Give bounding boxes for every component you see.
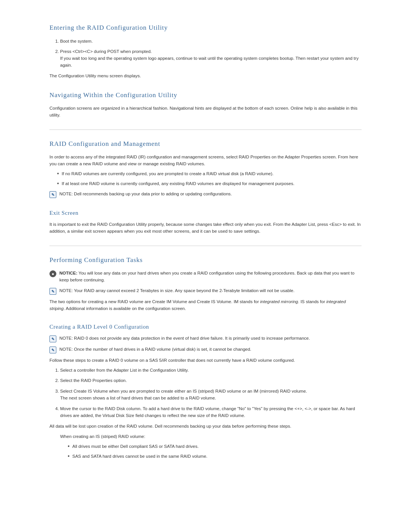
raid-config-bullets: If no RAID volumes are currently configu… [49, 171, 362, 187]
creating-raid0-when: When creating an IS (striped) RAID volum… [49, 433, 362, 440]
performing-note: ✎ NOTE: Your RAID array cannot exceed 2 … [49, 288, 362, 295]
entering-footer: The Configuration Utility menu screen di… [49, 73, 362, 80]
divider-2 [49, 246, 362, 246]
entering-step-2: Press <Ctrl><C> during POST when prompte… [60, 48, 362, 69]
raid0-note-text-2: NOTE: Once the number of hard drives in … [59, 346, 251, 353]
when-bullet-2: SAS and SATA hard drives cannot be used … [67, 453, 362, 460]
entering-section: Entering the RAID Configuration Utility … [49, 23, 362, 80]
raid-config-note: ✎ NOTE: Dell recommends backing up your … [49, 191, 362, 198]
raid0-step-2: Select the RAID Properties option. [60, 377, 362, 384]
performing-title: Performing Configuration Tasks [49, 255, 362, 265]
raid-config-note-text: NOTE: Dell recommends backing up your da… [59, 191, 232, 198]
creating-raid0-intro: Follow these steps to create a RAID 0 vo… [49, 357, 362, 364]
entering-step-1: Boot the system. [60, 38, 362, 45]
note-icon: ✎ [49, 191, 56, 198]
exit-screen-body: It is important to exit the RAID Configu… [49, 221, 362, 235]
navigating-section: Navigating Within the Configuration Util… [49, 90, 362, 119]
navigating-title: Navigating Within the Configuration Util… [49, 90, 362, 100]
raid-config-bullet-1: If no RAID volumes are currently configu… [56, 171, 362, 177]
exit-screen-title: Exit Screen [49, 209, 362, 217]
raid-config-bullet-2: If at least one RAID volume is currently… [56, 181, 362, 187]
entering-steps-list: Boot the system. Press <Ctrl><C> during … [49, 38, 362, 69]
raid0-note-icon-1: ✎ [49, 335, 56, 342]
raid-config-section: RAID Configuration and Management In ord… [49, 139, 362, 198]
exit-screen-section: Exit Screen It is important to exit the … [49, 209, 362, 235]
navigating-body: Configuration screens are organized in a… [49, 105, 362, 119]
raid-config-body: In order to access any of the integrated… [49, 154, 362, 168]
when-creating-bullets: All drives must be either Dell compliant… [49, 443, 362, 460]
raid0-step-4: Move the cursor to the RAID Disk column.… [60, 406, 362, 419]
divider-1 [49, 129, 362, 130]
creating-raid0-note-1: ✎ NOTE: RAID 0 does not provide any data… [49, 335, 362, 342]
when-bullet-1: All drives must be either Dell compliant… [67, 443, 362, 450]
raid0-note-text-1: NOTE: RAID 0 does not provide any data p… [59, 335, 310, 342]
notice-icon: ● [49, 270, 56, 277]
performing-notice-text: NOTICE: You will lose any data on your h… [59, 270, 362, 284]
performing-note-text: NOTE: Your RAID array cannot exceed 2 Te… [59, 288, 295, 294]
raid0-step-3: Select Create IS Volume when you are pro… [60, 388, 362, 402]
performing-note-icon: ✎ [49, 288, 56, 295]
creating-raid0-steps: Select a controller from the Adapter Lis… [49, 367, 362, 419]
raid0-step-1: Select a controller from the Adapter Lis… [60, 367, 362, 374]
creating-raid0-footer: All data will be lost upon creation of t… [49, 423, 362, 430]
performing-notice: ● NOTICE: You will lose any data on your… [49, 270, 362, 284]
creating-raid0-section: Creating a RAID Level 0 Configuration ✎ … [49, 323, 362, 460]
performing-section: Performing Configuration Tasks ● NOTICE:… [49, 255, 362, 312]
entering-title: Entering the RAID Configuration Utility [49, 23, 362, 33]
creating-raid0-note-2: ✎ NOTE: Once the number of hard drives i… [49, 346, 362, 353]
raid0-note-icon-2: ✎ [49, 347, 56, 353]
performing-body: The two options for creating a new RAID … [49, 299, 362, 312]
creating-raid0-title: Creating a RAID Level 0 Configuration [49, 323, 362, 331]
raid-config-title: RAID Configuration and Management [49, 139, 362, 149]
